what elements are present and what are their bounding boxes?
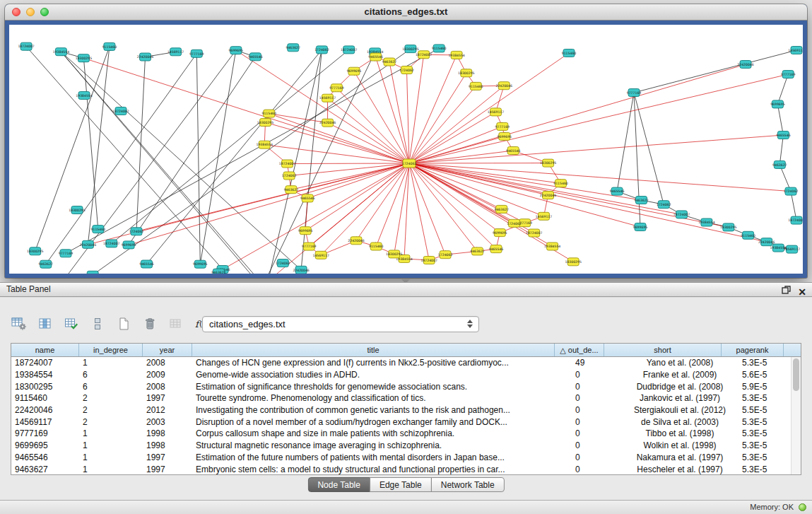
table-cell[interactable]: Nakamura et al. (1997) bbox=[621, 452, 739, 462]
float-panel-icon[interactable] bbox=[782, 285, 791, 298]
table-cell[interactable]: 6 bbox=[79, 370, 143, 380]
column-header-pagerank[interactable]: pagerank bbox=[722, 344, 784, 356]
graph-node[interactable]: 18300295 bbox=[540, 159, 556, 167]
graph-node[interactable]: 1724062 bbox=[399, 66, 414, 74]
graph-node[interactable]: 18300295 bbox=[565, 258, 582, 266]
graph-node[interactable]: 18300295 bbox=[458, 69, 474, 77]
merge-tables-icon[interactable] bbox=[167, 315, 185, 333]
table-cell[interactable]: Tibbo et al. (1998) bbox=[621, 428, 739, 438]
table-cell[interactable]: 14569117 bbox=[11, 417, 79, 427]
close-panel-icon[interactable]: ✕ bbox=[798, 287, 806, 297]
graph-node[interactable]: 9115460 bbox=[741, 231, 755, 239]
graph-node[interactable]: 22420046 bbox=[737, 61, 753, 69]
tab-edge-table[interactable]: Edge Table bbox=[370, 477, 432, 492]
table-cell[interactable]: 49 bbox=[572, 358, 621, 368]
graph-node[interactable]: 9465546 bbox=[506, 147, 521, 155]
graph-node[interactable]: 18300295 bbox=[386, 250, 402, 258]
table-cell[interactable]: Genome-wide association studies in ADHD. bbox=[192, 370, 572, 380]
table-selector-dropdown[interactable]: citations_edges.txt bbox=[202, 316, 479, 332]
table-cell[interactable]: Jankovic et al. (1997) bbox=[621, 393, 739, 403]
table-cell[interactable]: 1997 bbox=[143, 452, 192, 462]
graph-node[interactable]: 18300295 bbox=[257, 119, 273, 127]
table-cell[interactable]: 2 bbox=[79, 417, 143, 427]
graph-node[interactable]: 22420046 bbox=[137, 53, 153, 61]
table-cell[interactable]: Hescheler et al. (1997) bbox=[621, 465, 739, 474]
table-cell[interactable]: 9463627 bbox=[11, 465, 79, 474]
scrollbar-thumb[interactable] bbox=[793, 358, 799, 391]
table-row[interactable]: 969969511998Structural magnetic resonanc… bbox=[11, 440, 801, 452]
graph-node[interactable]: 22420046 bbox=[293, 266, 309, 274]
graph-node[interactable]: 18724007 bbox=[526, 229, 542, 237]
table-cell[interactable]: 1 bbox=[79, 452, 143, 462]
graph-node[interactable]: 14569117 bbox=[85, 271, 101, 274]
graph-node[interactable]: 9115460 bbox=[562, 49, 577, 57]
graph-node[interactable]: 9465546 bbox=[300, 194, 315, 202]
table-cell[interactable]: Investigating the contribution of common… bbox=[192, 405, 572, 415]
table-cell[interactable]: Disruption of a novel member of a sodium… bbox=[192, 417, 572, 427]
table-cell[interactable]: Estimation of significance thresholds fo… bbox=[192, 382, 572, 392]
table-cell[interactable]: Dudbridge et al. (2008) bbox=[621, 382, 739, 392]
graph-node[interactable]: 9699695 bbox=[493, 229, 507, 237]
graph-node[interactable]: 14569117 bbox=[488, 108, 504, 116]
table-cell[interactable]: 18300295 bbox=[11, 382, 79, 392]
graph-node[interactable]: 9699695 bbox=[229, 47, 244, 54]
graph-node[interactable]: 19384554 bbox=[698, 218, 714, 226]
table-cell[interactable]: 9699695 bbox=[11, 440, 79, 450]
graph-node[interactable]: 18724007 bbox=[103, 240, 119, 247]
table-cell[interactable]: 2003 bbox=[143, 417, 192, 427]
table-row[interactable]: 1938455462009Genome-wide association stu… bbox=[11, 369, 801, 381]
graph-node[interactable]: 1724062 bbox=[276, 259, 290, 267]
graph-node[interactable]: 18300295 bbox=[27, 247, 43, 255]
table-cell[interactable]: 0 bbox=[572, 452, 621, 462]
graph-node[interactable]: 14569117 bbox=[536, 212, 552, 220]
graph-node[interactable]: 9115460 bbox=[553, 180, 568, 187]
graph-node[interactable]: 14569117 bbox=[167, 48, 184, 56]
table-cell[interactable]: de Silva et al. (2003) bbox=[621, 417, 739, 427]
table-cell[interactable]: Yano et al. (2008) bbox=[621, 358, 739, 368]
table-cell[interactable]: Embryonic stem cells: a model to study s… bbox=[192, 465, 572, 474]
table-row[interactable]: 946554611997Estimation of the future num… bbox=[11, 452, 801, 464]
column-header-out_de[interactable]: △ out_de... bbox=[555, 344, 604, 356]
table-cell[interactable]: 0 bbox=[572, 465, 621, 474]
graph-node[interactable]: 18300295 bbox=[402, 45, 418, 53]
tab-node-table[interactable]: Node Table bbox=[307, 477, 370, 492]
table-cell[interactable]: 1997 bbox=[143, 393, 192, 403]
graph-node[interactable]: 9463627 bbox=[470, 247, 485, 255]
graph-node[interactable]: 9777169 bbox=[189, 49, 204, 57]
table-settings-icon[interactable] bbox=[10, 315, 28, 333]
graph-node[interactable]: 9699695 bbox=[347, 67, 362, 75]
graph-node[interactable]: 18724007 bbox=[341, 46, 357, 54]
graph-node[interactable]: 9699695 bbox=[193, 260, 208, 268]
graph-node[interactable]: 14569117 bbox=[313, 251, 329, 259]
graph-node[interactable]: 1724062 bbox=[507, 219, 522, 227]
table-cell[interactable]: 0 bbox=[572, 428, 621, 438]
table-cell[interactable]: 6 bbox=[79, 382, 143, 392]
table-cell[interactable]: 1998 bbox=[143, 428, 192, 438]
table-cell[interactable]: 0 bbox=[572, 440, 621, 450]
graph-node[interactable]: 9463627 bbox=[634, 197, 649, 204]
graph-node[interactable]: 18724007 bbox=[279, 160, 295, 168]
row-tools-icon[interactable] bbox=[88, 315, 107, 333]
table-cell[interactable]: 9465546 bbox=[11, 452, 79, 462]
graph-node[interactable]: 18300295 bbox=[720, 223, 736, 231]
graph-node[interactable]: 9115460 bbox=[432, 45, 447, 52]
new-table-icon[interactable] bbox=[114, 315, 133, 333]
graph-node[interactable]: 9777169 bbox=[781, 71, 796, 78]
graph-node[interactable]: 14569117 bbox=[788, 47, 803, 54]
graph-node[interactable]: 19384554 bbox=[76, 92, 92, 100]
graph-node[interactable]: 9699695 bbox=[298, 227, 313, 235]
graph-node[interactable]: 9463627 bbox=[284, 186, 299, 194]
column-header-short[interactable]: short bbox=[604, 344, 722, 356]
graph-node[interactable]: 9777169 bbox=[59, 250, 73, 257]
table-cell[interactable]: 1998 bbox=[143, 440, 192, 450]
graph-node[interactable]: 9115460 bbox=[102, 42, 117, 50]
table-cell[interactable]: 0 bbox=[572, 382, 621, 392]
table-cell[interactable]: 0 bbox=[572, 370, 621, 380]
table-cell[interactable]: 2012 bbox=[143, 405, 192, 415]
import-table-icon[interactable] bbox=[62, 315, 81, 333]
graph-node[interactable]: 9465546 bbox=[368, 53, 383, 61]
graph-node[interactable]: 22420046 bbox=[348, 237, 364, 245]
table-cell[interactable]: 19384554 bbox=[11, 370, 79, 380]
graph-node[interactable]: 9699695 bbox=[498, 132, 512, 140]
table-row[interactable]: 1456911722003Disruption of a novel membe… bbox=[11, 416, 801, 428]
